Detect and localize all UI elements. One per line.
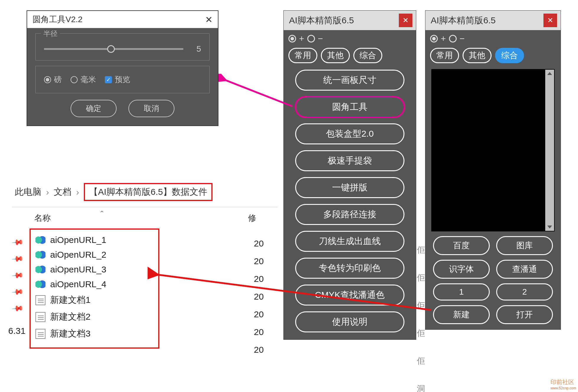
toggle-plus-radio[interactable]	[288, 35, 296, 43]
pin-icon[interactable]: 📌	[12, 269, 23, 280]
svg-line-0	[224, 80, 292, 106]
btn-1[interactable]: 1	[433, 283, 490, 300]
radio-icon	[71, 76, 78, 83]
radio-pound[interactable]: 磅	[44, 74, 62, 85]
mod-value: 20	[254, 274, 264, 284]
pin-icon[interactable]: 📌	[12, 252, 23, 263]
script-manual[interactable]: 使用说明	[295, 311, 404, 332]
script-button-list: 统一画板尺寸 圆角工具 包装盒型2.0 极速手提袋 一键拼版 多段路径连接 刀线…	[284, 68, 416, 334]
watermark: 印前社区 www.52cnp.com	[551, 378, 576, 390]
file-row[interactable]: aiOpenURL_4	[35, 277, 154, 292]
radius-slider-row: 5	[44, 40, 201, 54]
checkbox-preview-label: 预览	[115, 74, 130, 85]
file-row[interactable]: aiOpenURL_1	[35, 233, 154, 247]
script-multi-path-join[interactable]: 多段路径连接	[295, 204, 404, 225]
ok-button[interactable]: 确定	[71, 100, 117, 117]
sort-asc-icon: ⌃	[99, 210, 105, 217]
script-round-corner[interactable]: 圆角工具	[295, 97, 404, 117]
mod-value: 20	[254, 239, 264, 249]
close-icon[interactable]: ✕	[205, 14, 213, 25]
col-name-label: 名称	[34, 213, 51, 223]
crumb-this-pc[interactable]: 此电脑	[15, 186, 41, 198]
script-cmyk-pantone[interactable]: CMYK查找潘通色	[295, 285, 404, 306]
file-name: aiOpenURL_3	[50, 264, 106, 275]
toggle-plus-radio[interactable]	[430, 35, 438, 43]
tab-composite[interactable]: 综合	[353, 48, 382, 63]
slider-thumb[interactable]	[107, 45, 115, 53]
dialog-titlebar[interactable]: 圆角工具V2.2 ✕	[27, 11, 218, 28]
mod-value: 20	[254, 309, 264, 319]
col-modified[interactable]: 修	[248, 213, 272, 224]
tab-other[interactable]: 其他	[463, 48, 492, 63]
cancel-button[interactable]: 取消	[128, 100, 174, 117]
scrollbar[interactable]	[545, 70, 554, 231]
panel-titlebar[interactable]: AI脚本精简版6.5 ✕	[284, 11, 416, 30]
file-row[interactable]: 新建文档2	[35, 308, 154, 325]
edge-shortcut-icon	[35, 235, 45, 245]
hint-char: 佢	[417, 355, 425, 367]
radio-icon	[44, 76, 51, 83]
radius-label: 半径	[41, 29, 60, 38]
mod-value: 20	[254, 256, 264, 266]
panel-title: AI脚本精简版6.5	[431, 14, 496, 27]
panel-tabs: 常用 其他 综合	[284, 46, 416, 68]
mod-value: 20	[254, 345, 264, 355]
close-icon[interactable]: ✕	[543, 14, 557, 27]
close-icon[interactable]: ✕	[399, 14, 412, 27]
dialog-buttons: 确定 取消	[35, 100, 210, 117]
btn-new[interactable]: 新建	[433, 305, 490, 324]
btn-font-detect[interactable]: 识字体	[433, 260, 490, 279]
pin-icon[interactable]: 📌	[12, 285, 23, 296]
btn-baidu[interactable]: 百度	[433, 236, 490, 255]
btn-open[interactable]: 打开	[496, 305, 553, 324]
mod-value: 20	[254, 292, 264, 302]
btn-pantone-lookup[interactable]: 查潘通	[496, 260, 553, 279]
btn-gallery[interactable]: 图库	[496, 236, 553, 255]
file-row[interactable]: 新建文档1	[35, 292, 154, 308]
crumb-documents[interactable]: 文档	[54, 186, 71, 198]
ai-script-panel-2: AI脚本精简版6.5 ✕ + − 常用 其他 综合 百度 图库 识字体 查潘通 …	[425, 10, 561, 330]
toggle-minus-radio[interactable]	[449, 35, 457, 43]
col-name[interactable]: 名称 ⌃	[34, 213, 248, 224]
edge-shortcut-icon	[35, 264, 45, 275]
file-row[interactable]: aiOpenURL_3	[35, 262, 154, 277]
file-list: aiOpenURL_1 aiOpenURL_2 aiOpenURL_3 aiOp…	[30, 228, 159, 349]
checkbox-preview[interactable]: ✓ 预览	[105, 74, 130, 85]
file-row[interactable]: 新建文档3	[35, 325, 154, 342]
tab-common[interactable]: 常用	[430, 48, 459, 63]
script-dieline-bleed[interactable]: 刀线生成出血线	[295, 231, 404, 252]
btn-2[interactable]: 2	[496, 283, 553, 300]
options-group: 磅 毫米 ✓ 预览	[35, 66, 210, 93]
document-icon	[35, 312, 45, 322]
script-imposition[interactable]: 一键拼版	[295, 177, 404, 198]
radius-slider[interactable]	[44, 48, 183, 50]
panel-title: AI脚本精简版6.5	[289, 14, 354, 27]
document-icon	[35, 329, 45, 339]
tab-common[interactable]: 常用	[288, 48, 317, 63]
tab-composite[interactable]: 综合	[495, 48, 524, 63]
list-area[interactable]	[431, 69, 555, 231]
pin-icon[interactable]: 📌	[12, 302, 23, 313]
script-spot-to-process[interactable]: 专色转为印刷色	[295, 258, 404, 279]
minus-label: −	[318, 34, 323, 44]
document-icon	[35, 295, 45, 305]
panel-toolbar: + −	[425, 30, 561, 46]
grid-buttons: 百度 图库 识字体 查潘通 1 2 新建 打开	[425, 236, 561, 324]
panel-titlebar[interactable]: AI脚本精简版6.5 ✕	[425, 11, 561, 30]
panel-toolbar: + −	[284, 30, 416, 46]
hint-char: 佢	[417, 300, 425, 311]
script-fast-bag[interactable]: 极速手提袋	[295, 150, 404, 171]
hint-char: 佢	[417, 272, 425, 283]
script-unify-artboard[interactable]: 统一画板尺寸	[295, 70, 404, 91]
pin-icon[interactable]: 📌	[12, 236, 23, 247]
radio-mm[interactable]: 毫米	[71, 74, 96, 85]
mod-value: 20	[254, 327, 264, 337]
file-name: aiOpenURL_4	[50, 279, 106, 289]
file-row[interactable]: aiOpenURL_2	[35, 247, 154, 262]
crumb-current-folder[interactable]: 【AI脚本精简版6.5】数据文件	[84, 183, 213, 201]
toggle-minus-radio[interactable]	[307, 35, 315, 43]
script-box-type[interactable]: 包装盒型2.0	[295, 123, 404, 144]
radius-value: 5	[189, 44, 201, 54]
check-icon: ✓	[105, 76, 112, 83]
tab-other[interactable]: 其他	[321, 48, 350, 63]
